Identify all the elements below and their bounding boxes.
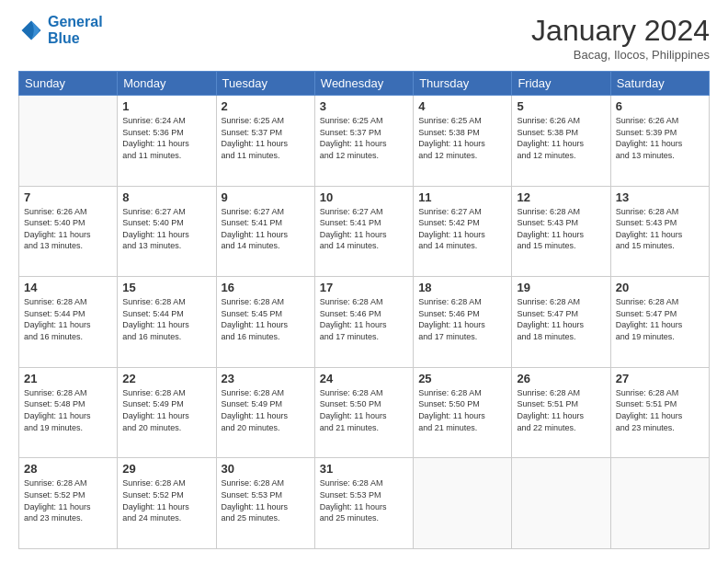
- day-number: 16: [222, 281, 310, 294]
- cell-content: Sunrise: 6:25 AMSunset: 5:37 PMDaylight:…: [320, 115, 408, 161]
- cell-content: Sunrise: 6:28 AMSunset: 5:50 PMDaylight:…: [418, 387, 506, 433]
- calendar-week-row: 7Sunrise: 6:26 AMSunset: 5:40 PMDaylight…: [19, 186, 710, 277]
- calendar-cell: 21Sunrise: 6:28 AMSunset: 5:48 PMDayligh…: [19, 367, 118, 458]
- cell-content: Sunrise: 6:28 AMSunset: 5:47 PMDaylight:…: [616, 296, 704, 342]
- day-number: 18: [418, 281, 506, 294]
- logo: General Blue: [18, 14, 103, 46]
- calendar-cell: 13Sunrise: 6:28 AMSunset: 5:43 PMDayligh…: [610, 186, 709, 277]
- day-number: 24: [320, 372, 408, 385]
- calendar-day-header: Friday: [512, 72, 610, 96]
- calendar-cell: 3Sunrise: 6:25 AMSunset: 5:37 PMDaylight…: [314, 96, 413, 187]
- calendar-cell: 25Sunrise: 6:28 AMSunset: 5:50 PMDayligh…: [414, 367, 512, 458]
- calendar-cell: 12Sunrise: 6:28 AMSunset: 5:43 PMDayligh…: [512, 186, 610, 277]
- cell-content: Sunrise: 6:28 AMSunset: 5:49 PMDaylight:…: [122, 387, 210, 433]
- calendar-cell: 6Sunrise: 6:26 AMSunset: 5:39 PMDaylight…: [610, 96, 709, 187]
- calendar-week-row: 28Sunrise: 6:28 AMSunset: 5:52 PMDayligh…: [19, 458, 710, 549]
- calendar-cell: 28Sunrise: 6:28 AMSunset: 5:52 PMDayligh…: [19, 458, 118, 549]
- calendar-table: SundayMondayTuesdayWednesdayThursdayFrid…: [18, 71, 710, 549]
- day-number: 2: [222, 99, 310, 113]
- calendar-cell: 11Sunrise: 6:27 AMSunset: 5:42 PMDayligh…: [414, 186, 512, 277]
- cell-content: Sunrise: 6:28 AMSunset: 5:44 PMDaylight:…: [24, 296, 112, 342]
- logo-text: General Blue: [48, 14, 103, 46]
- calendar-cell: 27Sunrise: 6:28 AMSunset: 5:51 PMDayligh…: [610, 367, 709, 458]
- cell-content: Sunrise: 6:28 AMSunset: 5:53 PMDaylight:…: [320, 477, 408, 523]
- calendar-day-header: Thursday: [414, 72, 512, 96]
- day-number: 15: [122, 281, 210, 294]
- day-number: 11: [418, 190, 506, 204]
- calendar-day-header: Wednesday: [314, 72, 413, 96]
- calendar-cell: 31Sunrise: 6:28 AMSunset: 5:53 PMDayligh…: [314, 458, 413, 549]
- title-section: January 2024 Bacag, Ilocos, Philippines: [531, 14, 710, 62]
- cell-content: Sunrise: 6:28 AMSunset: 5:46 PMDaylight:…: [418, 296, 506, 342]
- cell-content: Sunrise: 6:27 AMSunset: 5:41 PMDaylight:…: [320, 206, 408, 252]
- calendar-cell: 9Sunrise: 6:27 AMSunset: 5:41 PMDaylight…: [216, 186, 314, 277]
- calendar-cell: 15Sunrise: 6:28 AMSunset: 5:44 PMDayligh…: [118, 277, 216, 368]
- cell-content: Sunrise: 6:24 AMSunset: 5:36 PMDaylight:…: [122, 115, 210, 161]
- day-number: 22: [122, 372, 210, 385]
- calendar-day-header: Monday: [118, 72, 216, 96]
- cell-content: Sunrise: 6:26 AMSunset: 5:38 PMDaylight:…: [517, 115, 605, 161]
- calendar-cell: 26Sunrise: 6:28 AMSunset: 5:51 PMDayligh…: [512, 367, 610, 458]
- cell-content: Sunrise: 6:28 AMSunset: 5:45 PMDaylight:…: [222, 296, 310, 342]
- day-number: 26: [517, 372, 605, 385]
- cell-content: Sunrise: 6:26 AMSunset: 5:40 PMDaylight:…: [24, 206, 112, 252]
- calendar-cell: 30Sunrise: 6:28 AMSunset: 5:53 PMDayligh…: [216, 458, 314, 549]
- calendar-day-header: Sunday: [19, 72, 118, 96]
- cell-content: Sunrise: 6:28 AMSunset: 5:46 PMDaylight:…: [320, 296, 408, 342]
- cell-content: Sunrise: 6:28 AMSunset: 5:43 PMDaylight:…: [517, 206, 605, 252]
- calendar-cell: 24Sunrise: 6:28 AMSunset: 5:50 PMDayligh…: [314, 367, 413, 458]
- day-number: 3: [320, 99, 408, 113]
- calendar-day-header: Saturday: [610, 72, 709, 96]
- month-title: January 2024: [531, 14, 710, 48]
- day-number: 25: [418, 372, 506, 385]
- day-number: 20: [616, 281, 704, 294]
- calendar-cell: 17Sunrise: 6:28 AMSunset: 5:46 PMDayligh…: [314, 277, 413, 368]
- page: General Blue January 2024 Bacag, Ilocos,…: [0, 0, 728, 563]
- day-number: 7: [24, 190, 112, 204]
- cell-content: Sunrise: 6:27 AMSunset: 5:40 PMDaylight:…: [122, 206, 210, 252]
- calendar-cell: 23Sunrise: 6:28 AMSunset: 5:49 PMDayligh…: [216, 367, 314, 458]
- day-number: 9: [222, 190, 310, 204]
- header: General Blue January 2024 Bacag, Ilocos,…: [18, 14, 710, 62]
- cell-content: Sunrise: 6:28 AMSunset: 5:53 PMDaylight:…: [222, 477, 310, 523]
- cell-content: Sunrise: 6:28 AMSunset: 5:43 PMDaylight:…: [616, 206, 704, 252]
- day-number: 29: [122, 462, 210, 476]
- calendar-week-row: 14Sunrise: 6:28 AMSunset: 5:44 PMDayligh…: [19, 277, 710, 368]
- day-number: 8: [122, 190, 210, 204]
- cell-content: Sunrise: 6:26 AMSunset: 5:39 PMDaylight:…: [616, 115, 704, 161]
- calendar-cell: 5Sunrise: 6:26 AMSunset: 5:38 PMDaylight…: [512, 96, 610, 187]
- calendar-cell: 8Sunrise: 6:27 AMSunset: 5:40 PMDaylight…: [118, 186, 216, 277]
- calendar-cell: [512, 458, 610, 549]
- calendar-cell: [610, 458, 709, 549]
- day-number: 1: [122, 99, 210, 113]
- cell-content: Sunrise: 6:28 AMSunset: 5:52 PMDaylight:…: [24, 477, 112, 523]
- cell-content: Sunrise: 6:28 AMSunset: 5:50 PMDaylight:…: [320, 387, 408, 433]
- calendar-cell: 22Sunrise: 6:28 AMSunset: 5:49 PMDayligh…: [118, 367, 216, 458]
- day-number: 27: [616, 372, 704, 385]
- day-number: 12: [517, 190, 605, 204]
- logo-icon: [18, 17, 44, 43]
- day-number: 28: [24, 462, 112, 476]
- calendar-cell: 29Sunrise: 6:28 AMSunset: 5:52 PMDayligh…: [118, 458, 216, 549]
- calendar-header-row: SundayMondayTuesdayWednesdayThursdayFrid…: [19, 72, 710, 96]
- cell-content: Sunrise: 6:25 AMSunset: 5:38 PMDaylight:…: [418, 115, 506, 161]
- calendar-cell: 7Sunrise: 6:26 AMSunset: 5:40 PMDaylight…: [19, 186, 118, 277]
- calendar-cell: 2Sunrise: 6:25 AMSunset: 5:37 PMDaylight…: [216, 96, 314, 187]
- location: Bacag, Ilocos, Philippines: [531, 48, 710, 62]
- calendar-cell: [414, 458, 512, 549]
- calendar-week-row: 1Sunrise: 6:24 AMSunset: 5:36 PMDaylight…: [19, 96, 710, 187]
- calendar-cell: 19Sunrise: 6:28 AMSunset: 5:47 PMDayligh…: [512, 277, 610, 368]
- day-number: 5: [517, 99, 605, 113]
- day-number: 13: [616, 190, 704, 204]
- cell-content: Sunrise: 6:28 AMSunset: 5:47 PMDaylight:…: [517, 296, 605, 342]
- cell-content: Sunrise: 6:28 AMSunset: 5:51 PMDaylight:…: [616, 387, 704, 433]
- calendar-week-row: 21Sunrise: 6:28 AMSunset: 5:48 PMDayligh…: [19, 367, 710, 458]
- cell-content: Sunrise: 6:28 AMSunset: 5:51 PMDaylight:…: [517, 387, 605, 433]
- day-number: 14: [24, 281, 112, 294]
- cell-content: Sunrise: 6:28 AMSunset: 5:44 PMDaylight:…: [122, 296, 210, 342]
- day-number: 31: [320, 462, 408, 476]
- calendar-cell: 14Sunrise: 6:28 AMSunset: 5:44 PMDayligh…: [19, 277, 118, 368]
- cell-content: Sunrise: 6:28 AMSunset: 5:49 PMDaylight:…: [222, 387, 310, 433]
- day-number: 17: [320, 281, 408, 294]
- day-number: 21: [24, 372, 112, 385]
